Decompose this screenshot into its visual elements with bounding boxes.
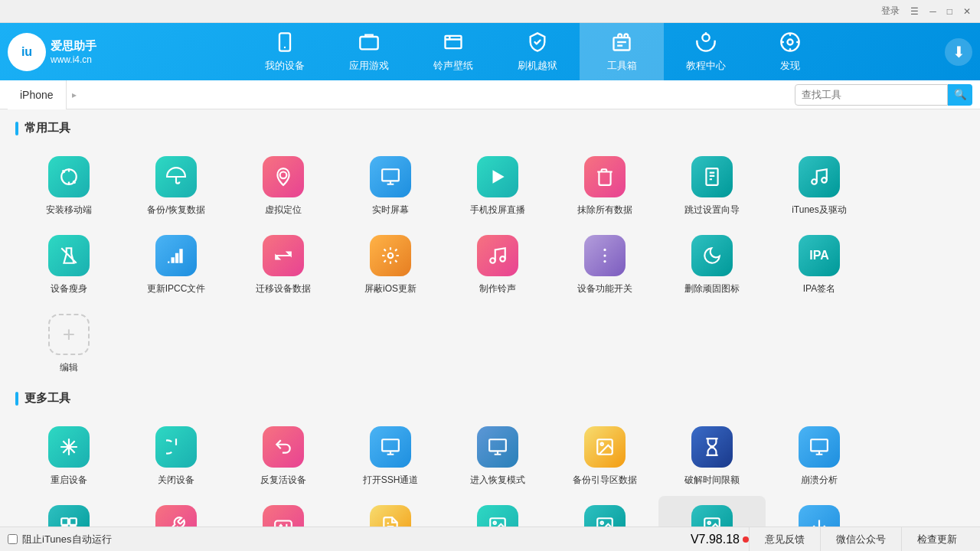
svg-point-29 (500, 256, 505, 262)
svg-point-1 (284, 46, 286, 47)
tool-icon-reboot (48, 426, 90, 468)
tool-item-delete-stubborn[interactable]: 删除顽固图标 (658, 226, 766, 305)
tool-item-crash-analyze[interactable]: 崩溃分析 (766, 417, 873, 496)
close-button[interactable]: ✕ (960, 5, 974, 18)
tool-label-break-time: 破解时间限额 (684, 474, 740, 487)
device-tab[interactable]: iPhone (8, 80, 67, 109)
tool-item-virtual-location[interactable]: 虚拟定位 (230, 147, 337, 226)
nav-item-my-device[interactable]: 我的设备 (243, 23, 327, 80)
svg-point-31 (603, 254, 606, 256)
svg-point-56 (708, 522, 710, 524)
svg-rect-2 (360, 37, 377, 49)
itunes-checkbox[interactable] (8, 534, 18, 544)
tool-item-make-ringtone[interactable]: 制作铃声 (444, 226, 551, 305)
tool-label-realtime-screen: 实时屏幕 (372, 204, 409, 217)
tool-icon-device-toggle (584, 235, 626, 276)
tool-item-add-custom[interactable]: + 编辑 (15, 305, 122, 383)
svg-rect-45 (70, 518, 77, 525)
tool-label-delete-stubborn: 删除顽固图标 (684, 282, 740, 295)
tool-item-realtime-screen[interactable]: 实时屏幕 (337, 147, 444, 226)
tool-item-dedup-photo[interactable]: 图片去重 (658, 496, 766, 527)
check-update-button[interactable]: 检查更新 (901, 527, 972, 552)
nav-item-toolbox[interactable]: 工具箱 (580, 23, 664, 80)
menu-icon[interactable]: ☰ (907, 5, 922, 18)
tool-label-update-ipcc: 更新IPCC文件 (147, 282, 206, 295)
tool-item-recovery[interactable]: 进入恢复模式 (444, 417, 551, 496)
tool-item-backup-restore[interactable]: 备份/恢复数据 (122, 147, 230, 226)
svg-point-30 (603, 249, 606, 251)
tool-item-fix-game[interactable]: 修复游戏失效 (230, 496, 337, 527)
tool-item-backup-shsh[interactable]: 备份引导区数据 (551, 417, 658, 496)
tool-icon-block-ios (370, 235, 411, 276)
svg-point-7 (702, 34, 709, 41)
minimize-button[interactable]: ─ (926, 5, 939, 18)
tool-item-block-ios[interactable]: 屏蔽iOS更新 (337, 226, 444, 305)
svg-rect-4 (614, 37, 630, 50)
itunes-label: 阻止iTunes自动运行 (22, 533, 112, 546)
tool-icon-respring (263, 426, 304, 468)
tool-icon-erase-data (584, 156, 626, 197)
tool-icon-realtime-log (370, 505, 411, 527)
tool-item-organize-desktop[interactable]: 整理设备桌面 (15, 496, 122, 527)
nav-item-discover[interactable]: 发现 (748, 23, 832, 80)
section-title-common-tools: 常用工具 (15, 121, 965, 135)
tool-item-download-firm[interactable]: 下载固件 (766, 496, 873, 527)
tool-item-skip-setup[interactable]: 跳过设置向导 (658, 147, 766, 226)
tabbar: iPhone ▸ 🔍 (0, 80, 980, 109)
tool-item-erase-data[interactable]: 抹除所有数据 (551, 147, 658, 226)
tool-item-shutdown[interactable]: 关闭设备 (122, 417, 230, 496)
tool-label-crash-analyze: 崩溃分析 (801, 474, 838, 487)
tool-icon-backup-shsh (584, 426, 626, 468)
nav-item-ringtone[interactable]: 铃声壁纸 (411, 23, 495, 80)
wechat-button[interactable]: 微信公众号 (820, 527, 901, 552)
svg-rect-16 (382, 169, 399, 181)
titlebar-icons: 登录 ☰ ─ □ ✕ (878, 3, 974, 19)
tool-item-realtime-log[interactable]: 实时日志 (337, 496, 444, 527)
tool-item-device-slim[interactable]: 设备瘦身 (15, 226, 122, 305)
search-input[interactable] (795, 84, 948, 106)
download-button[interactable]: ⬇ (945, 38, 972, 66)
version-area: V7.98.18 (691, 533, 749, 546)
section-common-tools: 常用工具安装移动端备份/恢复数据虚拟定位实时屏幕手机投屏直播抹除所有数据跳过设置… (15, 121, 965, 383)
nav-icon-ringtone (443, 31, 464, 56)
tool-icon-organize-desktop (48, 505, 90, 527)
svg-rect-48 (275, 521, 292, 527)
tool-label-itunes-driver: iTunes及驱动 (792, 204, 847, 217)
tool-icon-virtual-location (263, 156, 304, 197)
tool-item-compress-photo[interactable]: 压缩照片 (551, 496, 658, 527)
tool-item-ssh[interactable]: 打开SSH通道 (337, 417, 444, 496)
tool-label-skip-setup: 跳过设置向导 (684, 204, 740, 217)
tool-item-mirror-live[interactable]: 手机投屏直播 (444, 147, 551, 226)
tool-item-update-ipcc[interactable]: 更新IPCC文件 (122, 226, 230, 305)
tool-label-respring: 反复活设备 (260, 474, 306, 487)
tool-icon-break-time (691, 426, 733, 468)
login-button[interactable]: 登录 (878, 3, 903, 19)
nav-item-tutorial[interactable]: 教程中心 (664, 23, 748, 80)
section-more-tools: 更多工具重启设备关闭设备反复活设备打开SSH通道进入恢复模式备份引导区数据破解时… (15, 391, 965, 527)
tool-item-device-toggle[interactable]: 设备功能开关 (551, 226, 658, 305)
nav-item-app-game[interactable]: 应用游戏 (327, 23, 411, 80)
svg-rect-33 (382, 439, 399, 451)
search-button[interactable]: 🔍 (948, 84, 972, 106)
tool-item-itunes-driver[interactable]: iTunes及驱动 (766, 147, 873, 226)
tool-item-ipa-sign[interactable]: IPAIPA签名 (766, 226, 873, 305)
tool-icon-crash-analyze (799, 426, 840, 468)
tool-item-respring[interactable]: 反复活设备 (230, 417, 337, 496)
tool-item-install-app[interactable]: 安装移动端 (15, 147, 122, 226)
tool-item-break-time[interactable]: 破解时间限额 (658, 417, 766, 496)
tool-icon-ipa-sign: IPA (799, 235, 840, 276)
tool-item-reboot[interactable]: 重启设备 (15, 417, 122, 496)
nav-item-flash[interactable]: 刷机越狱 (495, 23, 580, 80)
tool-icon-install-app (48, 156, 90, 197)
tool-icon-delete-stubborn (691, 235, 733, 276)
tool-icon-mirror-live (477, 156, 518, 197)
maximize-button[interactable]: □ (944, 5, 956, 18)
nav-icon-my-device (274, 31, 296, 56)
tool-item-convert-heic[interactable]: 转换HEIC图片 (444, 496, 551, 527)
tool-icon-download-firm (799, 505, 840, 527)
feedback-button[interactable]: 意见反馈 (749, 527, 820, 552)
tool-item-fix-popup[interactable]: 修复应用弹窗 (122, 496, 230, 527)
logo-icon: iu (8, 33, 46, 71)
tool-item-migrate-data[interactable]: 迁移设备数据 (230, 226, 337, 305)
tool-label-install-app: 安装移动端 (46, 204, 92, 217)
